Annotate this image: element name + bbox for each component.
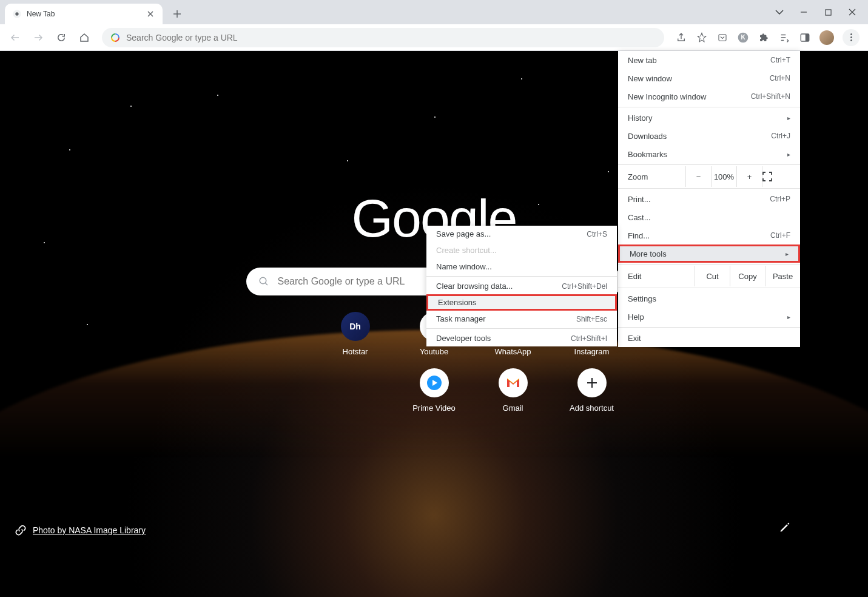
extension-pocket-icon[interactable]	[716, 32, 728, 44]
menu-cast[interactable]: Cast...	[618, 208, 800, 226]
edit-paste-button[interactable]: Paste	[765, 266, 800, 286]
search-icon	[258, 276, 269, 287]
submenu-arrow-icon	[786, 251, 789, 257]
profile-avatar[interactable]	[819, 30, 834, 45]
svg-rect-11	[806, 34, 809, 41]
menu-new-window[interactable]: New windowCtrl+N	[618, 69, 800, 87]
google-g-icon	[110, 33, 120, 42]
attribution-text: Photo by NASA Image Library	[33, 525, 146, 535]
plus-icon	[577, 368, 607, 397]
link-icon	[15, 524, 27, 536]
extension-k-icon[interactable]: K	[737, 32, 749, 44]
submenu-arrow-icon	[787, 314, 790, 320]
zoom-in-button[interactable]: +	[737, 166, 762, 187]
menu-new-incognito[interactable]: New Incognito windowCtrl+Shift+N	[618, 87, 800, 106]
customize-button[interactable]	[775, 517, 795, 538]
edit-cut-button[interactable]: Cut	[695, 266, 730, 286]
submenu-task-manager[interactable]: Task managerShift+Esc	[426, 311, 617, 327]
tab-search-caret[interactable]	[775, 7, 784, 17]
forward-button[interactable]	[29, 29, 47, 47]
chrome-favicon	[12, 9, 22, 19]
menu-downloads[interactable]: DownloadsCtrl+J	[618, 127, 800, 145]
submenu-save-page[interactable]: Save page as...Ctrl+S	[426, 226, 617, 242]
bookmark-star-icon[interactable]	[696, 32, 708, 44]
minimize-button[interactable]	[799, 7, 809, 17]
svg-point-1	[15, 12, 18, 15]
submenu-arrow-icon	[787, 115, 790, 121]
chrome-main-menu: New tabCtrl+T New windowCtrl+N New Incog…	[618, 51, 800, 347]
shortcut-label: WhatsApp	[495, 347, 531, 356]
submenu-arrow-icon	[787, 151, 790, 158]
maximize-button[interactable]	[823, 7, 833, 17]
shortcut-label: Hotstar	[343, 347, 368, 356]
address-bar[interactable]	[102, 28, 664, 47]
zoom-level: 100%	[712, 166, 737, 187]
menu-edit: Edit Cut Copy Paste	[618, 266, 800, 286]
edit-copy-button[interactable]: Copy	[730, 266, 765, 286]
reload-button[interactable]	[52, 29, 70, 47]
menu-more-tools[interactable]: More tools	[618, 245, 800, 263]
tab-title: New Tab	[27, 10, 141, 18]
more-tools-submenu: Save page as...Ctrl+S Create shortcut...…	[426, 226, 617, 346]
menu-print[interactable]: Print...Ctrl+P	[618, 190, 800, 208]
zoom-out-button[interactable]: −	[686, 166, 712, 187]
gmail-icon	[499, 368, 528, 397]
side-panel-icon[interactable]	[799, 32, 811, 44]
menu-new-tab[interactable]: New tabCtrl+T	[618, 51, 800, 69]
new-tab-button[interactable]	[169, 5, 186, 22]
svg-rect-7	[719, 34, 726, 41]
svg-text:K: K	[741, 34, 745, 41]
extensions-puzzle-icon[interactable]	[758, 32, 770, 44]
shortcut-add[interactable]: Add shortcut	[556, 368, 628, 413]
menu-zoom: Zoom − 100% +	[618, 166, 800, 187]
browser-tab[interactable]: New Tab	[5, 4, 163, 24]
shortcut-label: Instagram	[574, 347, 610, 356]
toolbar: K	[0, 24, 868, 51]
shortcut-label: Add shortcut	[570, 403, 614, 413]
close-window-button[interactable]	[847, 7, 857, 17]
menu-settings[interactable]: Settings	[618, 289, 800, 308]
submenu-dev-tools[interactable]: Developer toolsCtrl+Shift+I	[426, 330, 617, 346]
titlebar: New Tab	[0, 0, 868, 24]
home-button[interactable]	[75, 29, 93, 47]
submenu-extensions[interactable]: Extensions	[426, 294, 617, 311]
share-icon[interactable]	[675, 32, 687, 44]
menu-find[interactable]: Find...Ctrl+F	[618, 226, 800, 245]
menu-bookmarks[interactable]: Bookmarks	[618, 145, 800, 163]
submenu-create-shortcut: Create shortcut...	[426, 242, 617, 258]
shortcut-prime-video[interactable]: Prime Video	[398, 368, 471, 413]
submenu-name-window[interactable]: Name window...	[426, 258, 617, 275]
svg-rect-2	[825, 9, 830, 15]
theme-attribution[interactable]: Photo by NASA Image Library	[15, 524, 146, 536]
omnibox-input[interactable]	[126, 33, 656, 42]
shortcut-hotstar[interactable]: Dh Hotstar	[319, 312, 392, 356]
hotstar-icon: Dh	[341, 312, 370, 341]
fullscreen-button[interactable]	[762, 172, 790, 181]
back-button[interactable]	[6, 29, 24, 47]
menu-history[interactable]: History	[618, 109, 800, 127]
menu-help[interactable]: Help	[618, 308, 800, 326]
shortcut-gmail[interactable]: Gmail	[477, 368, 550, 413]
menu-exit[interactable]: Exit	[618, 329, 800, 347]
submenu-clear-data[interactable]: Clear browsing data...Ctrl+Shift+Del	[426, 278, 617, 294]
shortcut-label: Youtube	[420, 347, 448, 356]
prime-video-icon	[420, 368, 449, 397]
shortcut-label: Prime Video	[412, 403, 456, 413]
chrome-menu-button[interactable]	[843, 29, 860, 46]
shortcut-label: Gmail	[503, 403, 523, 413]
svg-point-12	[260, 277, 266, 284]
tab-close-button[interactable]	[146, 9, 155, 19]
media-control-icon[interactable]	[778, 32, 790, 44]
